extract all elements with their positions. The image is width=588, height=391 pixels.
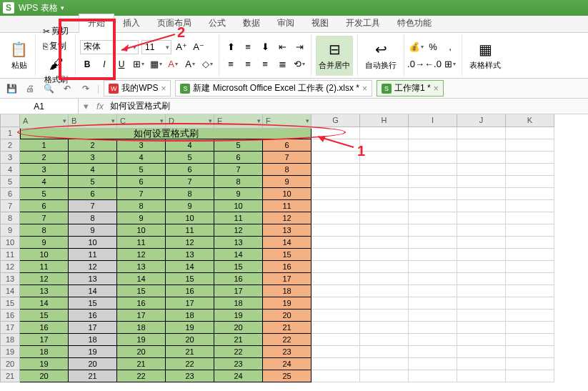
tab-3[interactable]: 公式: [200, 14, 234, 32]
paste-button[interactable]: 📋 粘贴: [7, 36, 31, 76]
cell[interactable]: [457, 346, 506, 358]
cell[interactable]: 20: [117, 346, 166, 358]
cell[interactable]: 16: [214, 273, 263, 285]
cell[interactable]: 18: [69, 334, 117, 346]
cell[interactable]: [360, 261, 409, 273]
cell[interactable]: 4: [166, 139, 214, 152]
cell[interactable]: 10: [166, 212, 214, 224]
cell[interactable]: 2: [20, 152, 69, 164]
merged-title-cell[interactable]: 如何设置格式刷: [20, 127, 312, 139]
tab-8[interactable]: 特色功能: [389, 14, 440, 32]
cell[interactable]: 12: [117, 249, 166, 261]
cell[interactable]: [312, 273, 360, 285]
cell[interactable]: [506, 285, 554, 297]
cell[interactable]: [312, 152, 360, 164]
cell[interactable]: [360, 370, 409, 382]
row-header[interactable]: 7: [0, 200, 20, 212]
row-header[interactable]: 4: [0, 164, 20, 176]
cell[interactable]: 18: [20, 346, 69, 358]
cell[interactable]: 10: [20, 249, 69, 261]
cell[interactable]: 23: [263, 346, 312, 358]
cell[interactable]: [506, 188, 554, 200]
column-header[interactable]: I: [409, 114, 457, 127]
cell[interactable]: [506, 297, 554, 310]
cell[interactable]: 13: [214, 237, 263, 249]
cell[interactable]: [506, 334, 554, 346]
cell[interactable]: [312, 346, 360, 358]
cell[interactable]: 18: [166, 310, 214, 322]
cell[interactable]: [457, 127, 506, 139]
tab-0[interactable]: 开始: [79, 14, 114, 33]
cell[interactable]: 21: [69, 370, 117, 382]
cell[interactable]: [409, 237, 457, 249]
cell[interactable]: 7: [166, 176, 214, 188]
font-effects-button[interactable]: A: [183, 57, 197, 71]
cell[interactable]: 13: [263, 224, 312, 237]
tab-4[interactable]: 数据: [234, 14, 269, 32]
currency-button[interactable]: 💰: [409, 40, 423, 54]
cell[interactable]: 23: [214, 358, 263, 370]
cell[interactable]: 20: [263, 310, 312, 322]
cell[interactable]: 4: [69, 164, 117, 176]
cell[interactable]: [409, 261, 457, 273]
align-bottom-button[interactable]: ⬇: [258, 40, 272, 54]
row-header[interactable]: 19: [0, 346, 20, 358]
cell[interactable]: 16: [263, 261, 312, 273]
cell[interactable]: 1: [20, 139, 69, 152]
cell[interactable]: [506, 164, 554, 176]
cell[interactable]: 8: [214, 176, 263, 188]
close-icon[interactable]: ×: [161, 84, 166, 94]
cell[interactable]: [409, 164, 457, 176]
row-header[interactable]: 21: [0, 370, 20, 382]
cell[interactable]: 12: [214, 224, 263, 237]
cell[interactable]: [457, 200, 506, 212]
cell[interactable]: 2: [69, 139, 117, 152]
cell[interactable]: 3: [20, 164, 69, 176]
align-left-button[interactable]: ≡: [224, 57, 238, 71]
cell[interactable]: [506, 139, 554, 152]
cell[interactable]: [360, 127, 409, 139]
cell[interactable]: [360, 249, 409, 261]
cell[interactable]: 14: [117, 273, 166, 285]
align-center-button[interactable]: ≡: [241, 57, 255, 71]
cell[interactable]: 14: [69, 285, 117, 297]
cell[interactable]: 17: [166, 297, 214, 310]
cell[interactable]: 5: [117, 164, 166, 176]
row-header[interactable]: 9: [0, 224, 20, 237]
cell[interactable]: 19: [214, 310, 263, 322]
save-button[interactable]: 💾: [4, 81, 19, 96]
tab-2[interactable]: 页面布局: [149, 14, 200, 32]
cut-button[interactable]: ✂剪切: [41, 24, 71, 38]
row-header[interactable]: 16: [0, 310, 20, 322]
cell[interactable]: 19: [166, 322, 214, 334]
cell[interactable]: [457, 212, 506, 224]
cell[interactable]: 8: [117, 200, 166, 212]
cell[interactable]: 8: [69, 212, 117, 224]
font-size-select[interactable]: 11: [141, 40, 171, 54]
font-family-select[interactable]: 宋体: [80, 40, 139, 54]
cell[interactable]: 20: [166, 334, 214, 346]
cell[interactable]: [312, 310, 360, 322]
cell[interactable]: 10: [263, 188, 312, 200]
titlebar-dropdown-icon[interactable]: ▾: [61, 4, 64, 11]
cell[interactable]: [360, 346, 409, 358]
column-header[interactable]: G: [312, 114, 360, 127]
cell[interactable]: [312, 370, 360, 382]
cell[interactable]: 12: [166, 237, 214, 249]
cell[interactable]: 19: [263, 297, 312, 310]
percent-button[interactable]: %: [426, 40, 440, 54]
cell[interactable]: 7: [117, 188, 166, 200]
cell[interactable]: 11: [214, 212, 263, 224]
document-tab-0[interactable]: W我的WPS×: [104, 80, 171, 96]
tab-6[interactable]: 视图: [303, 14, 337, 32]
cell[interactable]: [506, 249, 554, 261]
cell[interactable]: [409, 273, 457, 285]
column-header[interactable]: E: [214, 114, 263, 129]
cell[interactable]: [360, 176, 409, 188]
cell[interactable]: 14: [166, 261, 214, 273]
clear-button[interactable]: ◇: [200, 57, 214, 71]
cell[interactable]: [360, 334, 409, 346]
cell[interactable]: [312, 127, 360, 139]
cell[interactable]: 9: [69, 224, 117, 237]
cell[interactable]: 9: [20, 237, 69, 249]
